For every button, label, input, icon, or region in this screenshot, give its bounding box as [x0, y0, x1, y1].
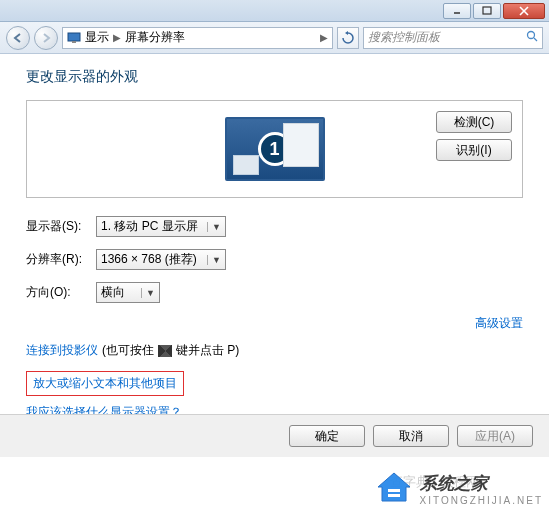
svg-rect-4: [68, 33, 80, 41]
window-titlebar: [0, 0, 549, 22]
search-icon: [526, 30, 538, 45]
display-value: 1. 移动 PC 显示屏: [101, 218, 198, 235]
chevron-right-icon: ▶: [320, 32, 328, 43]
chevron-right-icon: ▶: [113, 32, 121, 43]
maximize-button[interactable]: [473, 3, 501, 19]
dialog-footer: 确定 取消 应用(A): [0, 414, 549, 457]
advanced-settings-link[interactable]: 高级设置: [475, 316, 523, 330]
desktop-icon: [233, 155, 259, 175]
windows-key-icon: [158, 345, 172, 357]
identify-button[interactable]: 识别(I): [436, 139, 512, 161]
projector-hint-after: 键并点击 P): [176, 342, 239, 359]
watermark-sub: XITONGZHIJIA.NET: [420, 495, 544, 506]
svg-point-6: [528, 32, 535, 39]
watermark-title: 系统之家: [420, 472, 544, 495]
svg-rect-1: [483, 7, 491, 14]
apply-button: 应用(A): [457, 425, 533, 447]
projector-line: 连接到投影仪 (也可按住 键并点击 P): [26, 342, 523, 359]
search-placeholder: 搜索控制面板: [368, 29, 440, 46]
svg-rect-9: [388, 494, 400, 497]
breadcrumb[interactable]: 显示 ▶ 屏幕分辨率 ▶: [62, 27, 333, 49]
watermark: 系统之家 XITONGZHIJIA.NET: [374, 471, 544, 507]
back-button[interactable]: [6, 26, 30, 50]
display-select[interactable]: 1. 移动 PC 显示屏 ▼: [96, 216, 226, 237]
projector-link[interactable]: 连接到投影仪: [26, 342, 98, 359]
monitor-thumbnail[interactable]: 1: [225, 117, 325, 181]
breadcrumb-root[interactable]: 显示: [85, 29, 109, 46]
resolution-select[interactable]: 1366 × 768 (推荐) ▼: [96, 249, 226, 270]
display-preview: 1 检测(C) 识别(I): [26, 100, 523, 198]
cancel-button[interactable]: 取消: [373, 425, 449, 447]
detect-button[interactable]: 检测(C): [436, 111, 512, 133]
svg-rect-5: [72, 41, 76, 43]
display-icon: [67, 31, 81, 45]
svg-rect-8: [388, 489, 400, 492]
display-label: 显示器(S):: [26, 218, 96, 235]
chevron-down-icon: ▼: [207, 222, 221, 232]
page-title: 更改显示器的外观: [26, 68, 523, 86]
text-size-link[interactable]: 放大或缩小文本和其他项目: [33, 376, 177, 390]
orientation-value: 横向: [101, 284, 125, 301]
address-bar: 显示 ▶ 屏幕分辨率 ▶ 搜索控制面板: [0, 22, 549, 54]
forward-button[interactable]: [34, 26, 58, 50]
orientation-select[interactable]: 横向 ▼: [96, 282, 160, 303]
resolution-label: 分辨率(R):: [26, 251, 96, 268]
projector-hint-before: (也可按住: [102, 342, 154, 359]
svg-line-7: [534, 38, 537, 41]
resolution-value: 1366 × 768 (推荐): [101, 251, 197, 268]
orientation-label: 方向(O):: [26, 284, 96, 301]
close-button[interactable]: [503, 3, 545, 19]
home-icon: [374, 471, 414, 507]
refresh-button[interactable]: [337, 27, 359, 49]
chevron-down-icon: ▼: [207, 255, 221, 265]
content-area: 更改显示器的外观 1 检测(C) 识别(I) 显示器(S): 1. 移动 PC …: [0, 54, 549, 421]
highlight-box: 放大或缩小文本和其他项目: [26, 371, 184, 396]
search-input[interactable]: 搜索控制面板: [363, 27, 543, 49]
chevron-down-icon: ▼: [141, 288, 155, 298]
minimize-button[interactable]: [443, 3, 471, 19]
window-icon: [283, 123, 319, 167]
ok-button[interactable]: 确定: [289, 425, 365, 447]
breadcrumb-current[interactable]: 屏幕分辨率: [125, 29, 185, 46]
